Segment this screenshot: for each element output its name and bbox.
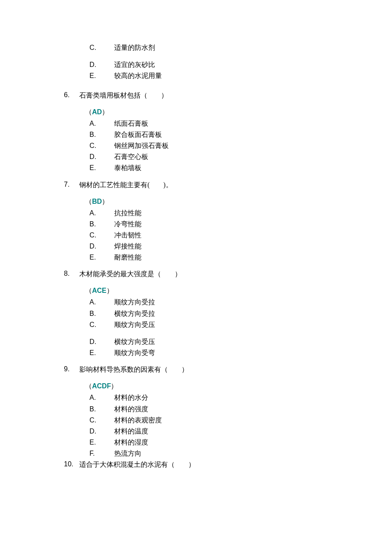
option-text: 材料的强度 xyxy=(114,404,148,414)
option-text: 耐磨性能 xyxy=(114,252,141,262)
paren-open: （ xyxy=(85,287,92,294)
question-number: 7. xyxy=(64,181,79,190)
option-letter: F. xyxy=(89,448,114,458)
answer-block: （ACDF） xyxy=(64,382,328,391)
option-text: 热流方向 xyxy=(114,448,141,458)
paren-open: （ xyxy=(85,198,92,205)
paren-open: （ xyxy=(85,382,92,390)
option-letter: D. xyxy=(89,152,114,162)
option-text: 适量的防水剂 xyxy=(114,43,155,52)
option-text: 横纹方向受拉 xyxy=(114,309,155,318)
question-header: 10. 适合于大体积混凝土的水泥有（ ） xyxy=(64,460,328,469)
option-text: 横纹方向受压 xyxy=(114,337,155,347)
question-number: 8. xyxy=(64,270,79,279)
option-letter: C. xyxy=(89,230,114,240)
option-text: 材料的表观密度 xyxy=(114,415,162,425)
option-row: E.材料的湿度 xyxy=(64,437,328,447)
option-letter: A. xyxy=(89,393,114,402)
option-letter: A. xyxy=(89,297,114,307)
option-text: 顺纹方向受拉 xyxy=(114,297,155,307)
answer-key: ACE xyxy=(92,287,107,294)
option-text: 纸面石膏板 xyxy=(114,119,148,128)
question-text: 钢材的工艺性能主要有( )。 xyxy=(79,181,173,190)
option-text: 适宜的灰砂比 xyxy=(114,60,155,69)
option-row: C.顺纹方向受压 xyxy=(64,320,328,330)
answer-block: （ACE） xyxy=(64,286,328,295)
option-row: E.泰柏墙板 xyxy=(64,163,328,173)
question-header: 7. 钢材的工艺性能主要有( )。 xyxy=(64,181,328,190)
option-row: D.横纹方向受压 xyxy=(64,337,328,347)
option-row: E. 较高的水泥用量 xyxy=(64,71,328,81)
orphan-option-block: C. 适量的防水剂 D. 适宜的灰砂比 E. 较高的水泥用量 xyxy=(64,43,328,81)
option-row: D.焊接性能 xyxy=(64,241,328,251)
option-letter: C. xyxy=(89,141,114,150)
option-text: 焊接性能 xyxy=(114,241,141,251)
option-letter: D. xyxy=(89,426,114,436)
question-7: 7. 钢材的工艺性能主要有( )。 （BD） A.抗拉性能 B.冷弯性能 C.冲… xyxy=(64,181,328,263)
option-row: B. 胶合板面石膏板 xyxy=(64,130,328,139)
option-letter: D. xyxy=(89,337,114,347)
option-row: B.横纹方向受拉 xyxy=(64,309,328,318)
question-header: 9. 影响材料导热系数的因素有（ ） xyxy=(64,365,328,374)
question-number: 10. xyxy=(64,460,79,469)
option-row: E.耐磨性能 xyxy=(64,252,328,262)
option-row: B.材料的强度 xyxy=(64,404,328,414)
option-row: F.热流方向 xyxy=(64,448,328,458)
option-row: A.材料的水分 xyxy=(64,393,328,402)
option-text: 钢丝网加强石膏板 xyxy=(114,141,169,150)
option-letter: B. xyxy=(89,219,114,229)
option-row: D. 适宜的灰砂比 xyxy=(64,60,328,69)
option-text: 较高的水泥用量 xyxy=(114,71,162,81)
option-letter: E. xyxy=(89,71,114,81)
option-letter: B. xyxy=(89,309,114,318)
answer-block: （AD） xyxy=(64,108,328,117)
question-6: 6. 石膏类墙用板材包括（ ） （AD） A.纸面石膏板 B. 胶合板面石膏板 … xyxy=(64,91,328,173)
option-row: D. 石膏空心板 xyxy=(64,152,328,162)
answer-key: ACDF xyxy=(92,382,111,390)
question-text: 石膏类墙用板材包括（ ） xyxy=(79,91,168,100)
option-row: C. 钢丝网加强石膏板 xyxy=(64,141,328,150)
option-row: B.冷弯性能 xyxy=(64,219,328,229)
answer-key: AD xyxy=(92,108,102,116)
option-letter: B. xyxy=(89,130,114,139)
option-row: A.抗拉性能 xyxy=(64,208,328,218)
gap xyxy=(64,331,328,337)
option-text: 材料的湿度 xyxy=(114,437,148,447)
option-letter: D. xyxy=(89,241,114,251)
option-letter: C. xyxy=(89,415,114,425)
question-number: 6. xyxy=(64,91,79,100)
paren-close: ） xyxy=(102,198,109,205)
option-text: 材料的温度 xyxy=(114,426,148,436)
paren-open: （ xyxy=(85,108,92,116)
option-text: 抗拉性能 xyxy=(114,208,141,218)
option-letter: E. xyxy=(89,437,114,447)
question-number: 9. xyxy=(64,365,79,374)
question-9: 9. 影响材料导热系数的因素有（ ） （ACDF） A.材料的水分 B.材料的强… xyxy=(64,365,328,458)
option-row: D.材料的温度 xyxy=(64,426,328,436)
question-text: 木材能承受的最大强度是（ ） xyxy=(79,270,182,279)
option-letter: A. xyxy=(89,208,114,218)
question-text: 影响材料导热系数的因素有（ ） xyxy=(79,365,188,374)
option-row: C. 适量的防水剂 xyxy=(64,43,328,52)
answer-key: BD xyxy=(92,198,102,205)
option-text: 材料的水分 xyxy=(114,393,148,402)
option-letter: E. xyxy=(89,252,114,262)
option-row: A.纸面石膏板 xyxy=(64,119,328,128)
option-letter: D. xyxy=(89,60,114,69)
gap xyxy=(64,54,328,60)
option-text: 冷弯性能 xyxy=(114,219,141,229)
question-10: 10. 适合于大体积混凝土的水泥有（ ） xyxy=(64,460,328,469)
option-letter: E. xyxy=(89,348,114,358)
paren-close: ） xyxy=(102,108,109,116)
paren-close: ） xyxy=(107,287,113,294)
option-letter: C. xyxy=(89,43,114,52)
option-row: E.顺纹方向受弯 xyxy=(64,348,328,358)
option-text: 冲击韧性 xyxy=(114,230,141,240)
option-text: 泰柏墙板 xyxy=(114,163,141,173)
question-text: 适合于大体积混凝土的水泥有（ ） xyxy=(79,460,195,469)
option-letter: B. xyxy=(89,404,114,414)
answer-block: （BD） xyxy=(64,197,328,206)
option-letter: A. xyxy=(89,119,114,128)
option-letter: C. xyxy=(89,320,114,330)
question-header: 6. 石膏类墙用板材包括（ ） xyxy=(64,91,328,100)
